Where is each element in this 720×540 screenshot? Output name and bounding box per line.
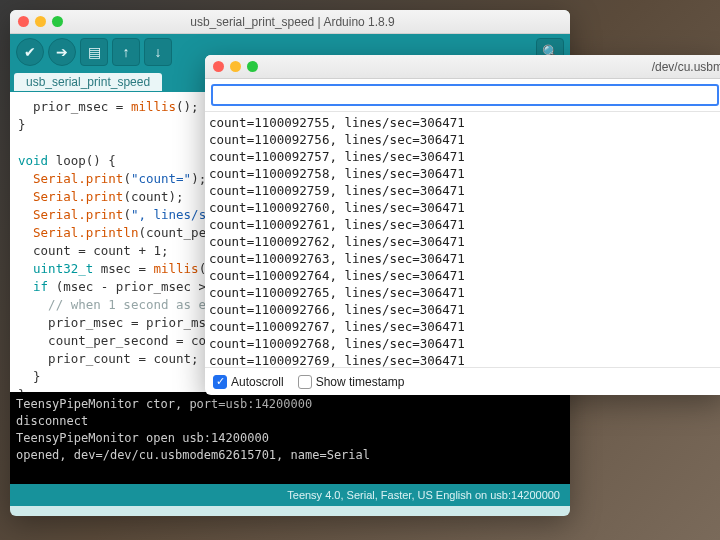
upload-button[interactable]: ➔ <box>48 38 76 66</box>
arduino-titlebar[interactable]: usb_serial_print_speed | Arduino 1.8.9 <box>10 10 570 34</box>
autoscroll-checkbox[interactable]: ✓ Autoscroll <box>213 375 284 389</box>
minimize-icon[interactable] <box>230 61 241 72</box>
zoom-icon[interactable] <box>247 61 258 72</box>
serial-window-title: /dev/cu.usbm <box>258 60 720 74</box>
sketch-tab[interactable]: usb_serial_print_speed <box>14 73 162 91</box>
status-text: Teensy 4.0, Serial, Faster, US English o… <box>287 489 560 501</box>
serial-output[interactable]: count=1100092755, lines/sec=306471 count… <box>205 112 720 367</box>
serial-titlebar[interactable]: /dev/cu.usbm <box>205 55 720 79</box>
checkbox-on-icon: ✓ <box>213 375 227 389</box>
checkbox-off-icon <box>298 375 312 389</box>
autoscroll-label: Autoscroll <box>231 375 284 389</box>
serial-input-row <box>205 79 720 112</box>
arduino-console[interactable]: TeensyPipeMonitor ctor, port=usb:1420000… <box>10 392 570 484</box>
close-icon[interactable] <box>213 61 224 72</box>
timestamp-checkbox[interactable]: Show timestamp <box>298 375 405 389</box>
save-button[interactable]: ↓ <box>144 38 172 66</box>
serial-send-input[interactable] <box>211 84 719 106</box>
status-bar: Teensy 4.0, Serial, Faster, US English o… <box>10 484 570 506</box>
serial-window-controls <box>213 61 258 72</box>
serial-monitor-window: /dev/cu.usbm count=1100092755, lines/sec… <box>205 55 720 395</box>
verify-button[interactable]: ✔ <box>16 38 44 66</box>
open-button[interactable]: ↑ <box>112 38 140 66</box>
serial-footer: ✓ Autoscroll Show timestamp <box>205 367 720 395</box>
timestamp-label: Show timestamp <box>316 375 405 389</box>
window-title: usb_serial_print_speed | Arduino 1.8.9 <box>23 15 562 29</box>
new-button[interactable]: ▤ <box>80 38 108 66</box>
